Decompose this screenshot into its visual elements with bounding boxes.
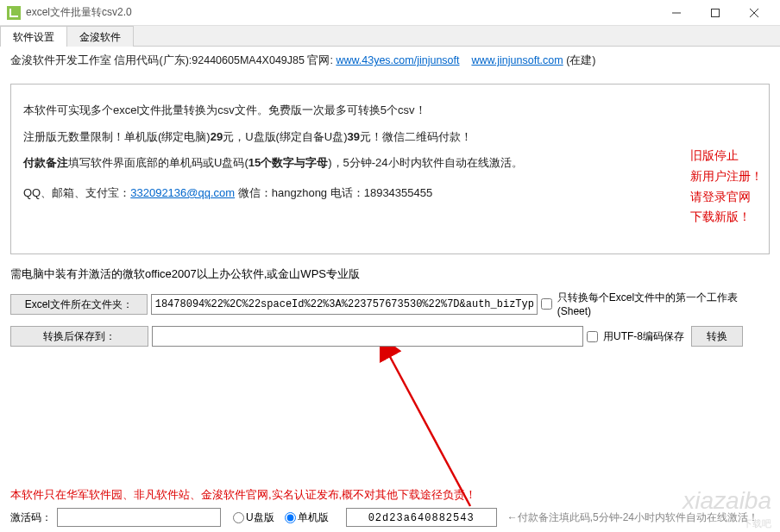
dest-row: 转换后保存到： 用UTF-8编码保存 转换 [10, 326, 770, 347]
window-title: excel文件批量转csv2.0 [26, 5, 657, 20]
tab-settings[interactable]: 软件设置 [0, 26, 67, 47]
convert-button[interactable]: 转换 [691, 326, 743, 347]
info-box: 本软件可实现多个excel文件批量转换为csv文件。免费版一次最多可转换5个cs… [10, 84, 770, 254]
utf8-checkbox-label[interactable]: 用UTF-8编码保存 [587, 329, 684, 344]
maximize-button[interactable] [695, 1, 734, 25]
bottom-area: 本软件只在华军软件园、非凡软件站、金浚软件官网,实名认证发布,概不对其他下载途径… [0, 482, 780, 532]
utf8-checkbox[interactable] [587, 331, 598, 342]
activation-label: 激活码： [10, 510, 52, 525]
info-line-3: 付款备注填写软件界面底部的单机码或U盘码(15个数字与字母)，5分钟-24小时内… [23, 153, 757, 174]
danji-radio-label[interactable]: 单机版 [285, 510, 329, 525]
activation-hint: ←付款备注填此码,5分钟-24小时内软件自动在线激活！ [507, 510, 770, 525]
tab-jinjun[interactable]: 金浚软件 [66, 26, 134, 47]
titlebar: excel文件批量转csv2.0 [0, 0, 780, 26]
machine-code: 02d23a640882543 [346, 508, 497, 527]
danji-radio[interactable] [285, 512, 296, 523]
minimize-button[interactable] [657, 1, 695, 25]
source-row: Excel文件所在文件夹： 只转换每个Excel文件中的第一个工作表(Sheet… [10, 291, 770, 317]
info-line-4: QQ、邮箱、支付宝：332092136@qq.com 微信：hangzhong … [23, 183, 757, 204]
side-notice: 旧版停止 新用户注册！ 请登录官网 下载新版！ [690, 146, 763, 228]
activation-input[interactable] [57, 508, 221, 527]
first-sheet-checkbox-label[interactable]: 只转换每个Excel文件中的第一个工作表(Sheet) [541, 291, 770, 317]
warning-text: 本软件只在华军软件园、非凡软件站、金浚软件官网,实名认证发布,概不对其他下载途径… [10, 487, 770, 503]
dest-path-input[interactable] [152, 326, 583, 347]
upan-radio[interactable] [233, 512, 244, 523]
activation-row: 激活码： U盘版 单机版 02d23a640882543 ←付款备注填此码,5分… [10, 508, 770, 527]
header-suffix: (在建) [566, 54, 595, 66]
svg-rect-1 [711, 9, 719, 16]
official-link-2[interactable]: www.jinjunsoft.com [471, 54, 563, 66]
first-sheet-checkbox[interactable] [541, 298, 552, 310]
choose-dest-button[interactable]: 转换后保存到： [10, 326, 148, 347]
company-header: 金浚软件开发工作室 信用代码(广东):92440605MA4X049J85 官网… [10, 53, 770, 68]
app-icon [7, 6, 21, 20]
info-line-2: 注册版无数量限制！单机版(绑定电脑)29元，U盘版(绑定自备U盘)39元！微信二… [23, 127, 757, 148]
info-line-1: 本软件可实现多个excel文件批量转换为csv文件。免费版一次最多可转换5个cs… [23, 100, 757, 122]
official-link-1[interactable]: www.43yes.com/jinjunsoft [336, 54, 459, 66]
tab-bar: 软件设置 金浚软件 [0, 26, 780, 47]
window-controls [657, 1, 773, 25]
choose-source-button[interactable]: Excel文件所在文件夹： [10, 294, 148, 315]
company-text: 金浚软件开发工作室 信用代码(广东):92440605MA4X049J85 官网… [10, 54, 333, 66]
upan-radio-label[interactable]: U盘版 [233, 510, 274, 525]
requirement-text: 需电脑中装有并激活的微软office2007以上办公软件,或金山WPS专业版 [10, 266, 770, 282]
close-button[interactable] [734, 1, 773, 25]
source-path-input[interactable] [151, 294, 538, 315]
content-area: 金浚软件开发工作室 信用代码(广东):92440605MA4X049J85 官网… [0, 47, 780, 359]
email-link[interactable]: 332092136@qq.com [130, 186, 235, 199]
